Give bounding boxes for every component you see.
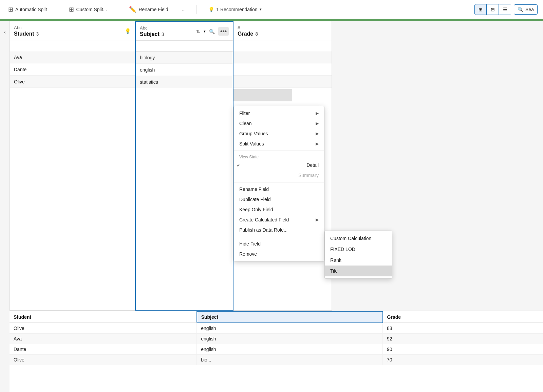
subject-column: Abc Subject 3 ⇅ ▾ 🔍 ••• b: [135, 21, 233, 311]
menu-split-values[interactable]: Split Values ▶: [234, 139, 324, 149]
rank-label: Rank: [330, 257, 341, 263]
search-button[interactable]: 🔍 Sea: [514, 4, 538, 15]
td-student-1: Olive: [10, 323, 197, 334]
subject-count: 3: [162, 32, 164, 37]
split-arrow-icon: ▶: [316, 141, 319, 146]
submenu-custom-calc[interactable]: Custom Calculation: [325, 233, 392, 244]
student-header: Abc Student 3 💡: [10, 21, 135, 40]
subject-cells: biology english statistics: [136, 41, 233, 88]
submenu-tile[interactable]: Tile: [325, 266, 392, 276]
menu-hide-label: Hide Field: [239, 241, 261, 247]
data-table: Student Subject Grade Olive english 88 A…: [10, 311, 543, 365]
table-row: Dante english 90: [10, 344, 543, 355]
rename-field-button[interactable]: ✏️ Rename Field: [126, 4, 171, 15]
rename-icon: ✏️: [129, 6, 136, 13]
menu-clean[interactable]: Clean ▶: [234, 118, 324, 129]
grade-cell-4: [233, 89, 292, 101]
submenu-rank[interactable]: Rank: [325, 255, 392, 266]
table-row: Olive bio... 70: [10, 355, 543, 365]
group-arrow-icon: ▶: [316, 131, 319, 136]
subject-title: Subject: [140, 31, 160, 37]
search-icon-subject[interactable]: 🔍: [208, 28, 216, 35]
view-icons: ⊞ ⊟ ☰ 🔍 Sea: [474, 4, 538, 15]
menu-publish-label: Publish as Data Role...: [239, 227, 287, 233]
recommendation-button[interactable]: 💡 1 Recommendation ▾: [205, 5, 265, 14]
student-cell-ava: Ava: [10, 51, 135, 63]
student-cell-olive: Olive: [10, 76, 135, 88]
td-student-4: Olive: [10, 355, 197, 365]
menu-keep-only-label: Keep Only Field: [239, 207, 273, 212]
subject-header-icons: ⇅ ▾ 🔍 •••: [195, 27, 229, 36]
menu-duplicate-field[interactable]: Duplicate Field: [234, 194, 324, 204]
search-label: Sea: [525, 7, 534, 12]
list-view-button[interactable]: ☰: [499, 4, 511, 15]
subject-cell-biology: biology: [136, 52, 233, 64]
subject-header: Abc Subject 3 ⇅ ▾ 🔍 •••: [136, 22, 233, 41]
menu-summary: Summary: [234, 170, 324, 180]
subject-cell-english: english: [136, 64, 233, 76]
checkmark-icon: ✓: [237, 162, 242, 168]
separator-3: [196, 5, 197, 14]
td-subject-2: english: [197, 334, 383, 344]
search-icon: 🔍: [518, 7, 523, 12]
student-header-icons: 💡: [125, 28, 131, 34]
menu-clean-label: Clean: [239, 121, 252, 126]
custom-calc-label: Custom Calculation: [330, 236, 371, 241]
separator-2: [118, 5, 118, 14]
menu-rename-field[interactable]: Rename Field: [234, 184, 324, 194]
td-subject-3: english: [197, 344, 383, 355]
student-cell-dante: Dante: [10, 63, 135, 76]
menu-duplicate-label: Duplicate Field: [239, 197, 271, 202]
menu-publish-data-role[interactable]: Publish as Data Role...: [234, 225, 324, 235]
student-cells: Ava Dante Olive: [10, 40, 135, 88]
menu-remove-label: Remove: [239, 251, 257, 257]
auto-split-button[interactable]: ⊞ Automatic Split: [5, 4, 50, 15]
tile-view-button[interactable]: ⊞: [474, 4, 487, 15]
th-student: Student: [10, 311, 197, 323]
custom-split-label: Custom Split...: [76, 7, 107, 12]
menu-remove[interactable]: Remove: [234, 249, 324, 259]
rename-field-label: Rename Field: [138, 7, 168, 12]
td-grade-3: 90: [383, 344, 543, 355]
menu-create-calc-label: Create Calculated Field: [239, 217, 289, 222]
menu-group-values[interactable]: Group Values ▶: [234, 129, 324, 139]
grade-type: #: [238, 25, 258, 30]
ellipsis-menu-button[interactable]: •••: [218, 27, 229, 36]
td-grade-4: 70: [383, 355, 543, 365]
bulb-icon: 💡: [208, 7, 214, 12]
submenu-fixed-lod[interactable]: FIXED LOD: [325, 244, 392, 255]
context-menu: Filter ▶ Clean ▶ Group Values ▶ Split Va…: [233, 106, 324, 261]
submenu-calculated-field: Custom Calculation FIXED LOD Rank Tile: [324, 231, 392, 279]
auto-split-label: Automatic Split: [15, 7, 47, 12]
menu-filter[interactable]: Filter ▶: [234, 108, 324, 118]
subject-spacer: [136, 41, 233, 52]
menu-detail[interactable]: ✓ Detail: [234, 160, 324, 170]
table-row: Ava english 92: [10, 334, 543, 344]
sort-chevron-icon[interactable]: ▾: [204, 29, 206, 34]
menu-detail-label: Detail: [306, 162, 319, 168]
table-view-button[interactable]: ⊟: [487, 4, 499, 15]
menu-keep-only[interactable]: Keep Only Field: [234, 204, 324, 215]
sort-filter-icon[interactable]: ⇅: [195, 28, 202, 35]
th-grade: Grade: [383, 311, 543, 323]
menu-divider-3: [234, 237, 324, 237]
student-column: Abc Student 3 💡 Ava Dante Olive: [10, 21, 135, 311]
table-row: Olive english 88: [10, 323, 543, 334]
columns-row: Abc Student 3 💡 Ava Dante Olive: [10, 21, 543, 311]
menu-hide-field[interactable]: Hide Field: [234, 239, 324, 249]
more-button[interactable]: ...: [179, 5, 189, 14]
td-student-3: Dante: [10, 344, 197, 355]
td-subject-4: bio...: [197, 355, 383, 365]
td-student-2: Ava: [10, 334, 197, 344]
student-spacer: [10, 40, 135, 51]
menu-create-calculated[interactable]: Create Calculated Field ▶: [234, 215, 324, 225]
grade-cell-1: [233, 51, 332, 63]
left-nav-arrow[interactable]: ‹: [2, 28, 7, 37]
tile-label: Tile: [330, 268, 338, 274]
left-nav: ‹: [0, 21, 10, 392]
custom-split-button[interactable]: ⊞ Custom Split...: [66, 4, 110, 15]
menu-divider-2: [234, 182, 324, 182]
grade-count: 8: [255, 31, 258, 37]
separator-1: [58, 5, 58, 14]
main-area: ‹ your Abc Student 3 💡: [0, 21, 543, 392]
